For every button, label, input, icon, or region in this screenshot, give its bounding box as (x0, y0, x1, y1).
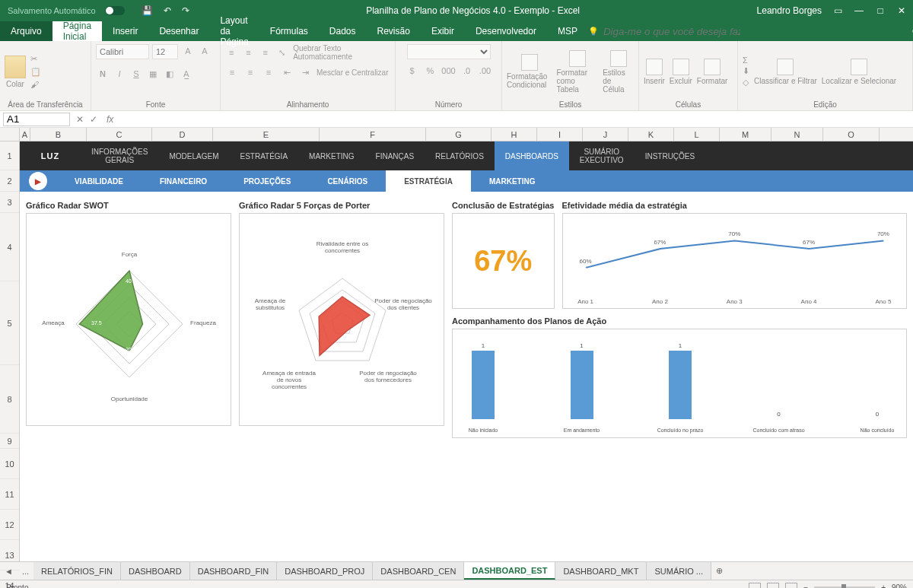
subnav-item[interactable]: MARKETING (471, 170, 554, 192)
tab-fórmulas[interactable]: Fórmulas (259, 21, 319, 41)
format-cells-button[interactable]: Formatar (697, 59, 728, 85)
tell-me-input[interactable] (603, 26, 740, 37)
tab-exibir[interactable]: Exibir (421, 21, 465, 41)
comma-icon[interactable]: 000 (442, 64, 456, 78)
undo-icon[interactable]: ↶ (164, 5, 171, 16)
col-header[interactable]: I (537, 128, 583, 141)
sheet-tab[interactable]: DASHBOARD_MKT (555, 562, 647, 580)
sort-filter-button[interactable]: Classificar e Filtrar (754, 59, 817, 85)
col-header[interactable]: E (213, 128, 320, 141)
select-all-corner[interactable] (0, 128, 20, 141)
font-color-icon[interactable]: A̲ (180, 67, 193, 81)
topnav-item[interactable]: SUMÁRIOEXECUTIVO (569, 141, 635, 170)
topnav-item[interactable]: RELATÓRIOS (425, 141, 495, 170)
col-header[interactable]: G (426, 128, 491, 141)
align-bot-icon[interactable]: ≡ (259, 46, 272, 59)
inc-decimal-icon[interactable]: .0 (460, 64, 474, 78)
subnav-item[interactable]: VIABILIDADE (56, 170, 142, 192)
enter-formula-icon[interactable]: ✓ (90, 114, 97, 125)
sheet-tab[interactable]: DASHBOARD_FIN (190, 562, 278, 580)
currency-icon[interactable]: $ (406, 64, 419, 78)
minimize-icon[interactable]: — (854, 5, 864, 16)
maximize-icon[interactable]: □ (875, 5, 886, 16)
subnav-item[interactable]: ESTRATÉGIA (386, 170, 471, 192)
worksheet-area[interactable]: LUZ INFORMAÇÕESGERAISMODELAGEMESTRATÉGIA… (20, 141, 913, 561)
align-right-icon[interactable]: ≡ (262, 65, 275, 79)
format-painter-icon[interactable]: 🖌 (30, 80, 41, 89)
zoom-out-icon[interactable]: − (803, 583, 808, 588)
user-name[interactable]: Leandro Borges (757, 5, 822, 16)
delete-cells-button[interactable]: Excluir (670, 59, 692, 85)
col-header[interactable]: F (320, 128, 426, 141)
topnav-item[interactable]: FINANÇAS (365, 141, 425, 170)
col-header[interactable]: O (823, 128, 880, 141)
cell-styles-button[interactable]: Estilos de Célula (603, 50, 634, 94)
radar-swot-chart[interactable]: Força40Fraqueza10Oportunidade20Ameaça37.… (26, 213, 231, 426)
tab-página-inicial[interactable]: Página Inicial (52, 21, 102, 41)
dec-decimal-icon[interactable]: .00 (479, 64, 492, 78)
name-box[interactable] (3, 113, 70, 126)
cancel-formula-icon[interactable]: ✕ (76, 114, 84, 125)
merge-button[interactable]: Mesclar e Centralizar (317, 68, 388, 77)
autosave-toggle[interactable] (105, 6, 125, 15)
row-header[interactable]: 1 (0, 141, 19, 170)
col-header[interactable]: N (771, 128, 823, 141)
topnav-item[interactable]: INSTRUÇÕES (635, 141, 706, 170)
topnav-item[interactable]: MARKETING (298, 141, 364, 170)
topnav-item[interactable]: ESTRATÉGIA (229, 141, 298, 170)
tab-desenhar[interactable]: Desenhar (148, 21, 209, 41)
format-table-button[interactable]: Formatar como Tabela (556, 50, 598, 94)
sheet-tab[interactable]: RELATÓRIOS_FIN (33, 562, 121, 580)
view-break-icon[interactable] (785, 583, 797, 589)
play-icon[interactable]: ▶ (29, 172, 47, 190)
row-header[interactable]: 2 (0, 170, 19, 192)
topnav-item[interactable]: DASHBOARDS (495, 141, 569, 170)
tab-layout-da-página[interactable]: Layout da Página (209, 21, 259, 41)
italic-icon[interactable]: I (113, 67, 126, 81)
fx-icon[interactable]: fx (103, 114, 116, 125)
row-header[interactable]: 8 (0, 365, 19, 434)
zoom-in-icon[interactable]: + (881, 583, 886, 588)
cut-icon[interactable]: ✂ (30, 54, 41, 64)
row-header[interactable]: 12 (0, 510, 19, 540)
sheet-tab[interactable]: DASHBOARD_EST (464, 562, 555, 580)
subnav-item[interactable]: PROJEÇÕES (225, 170, 309, 192)
number-format-select[interactable] (407, 44, 491, 59)
col-header[interactable]: A (20, 128, 30, 141)
close-icon[interactable]: ✕ (896, 5, 907, 16)
copy-icon[interactable]: 📋 (30, 67, 41, 77)
font-size-select[interactable] (152, 44, 178, 59)
sheet-tab[interactable]: DASHBOARD_CEN (373, 562, 464, 580)
radar-porter-chart[interactable]: Rivalidade entre os concorrentesPoder de… (239, 213, 444, 426)
wrap-text-button[interactable]: Quebrar Texto Automaticamente (293, 44, 390, 61)
save-icon[interactable]: 💾 (142, 5, 153, 16)
tab-msp[interactable]: MSP (547, 21, 588, 41)
sheet-tab[interactable]: DASHBOARD (121, 562, 190, 580)
view-normal-icon[interactable] (749, 583, 761, 589)
indent-dec-icon[interactable]: ⇤ (280, 65, 294, 79)
insert-cells-button[interactable]: Inserir (644, 59, 665, 85)
row-header[interactable]: 9 (0, 434, 19, 449)
redo-icon[interactable]: ↷ (182, 5, 189, 16)
align-mid-icon[interactable]: ≡ (242, 46, 254, 59)
tab-desenvolvedor[interactable]: Desenvolvedor (465, 21, 547, 41)
col-header[interactable]: B (30, 128, 87, 141)
tab-revisão[interactable]: Revisão (367, 21, 421, 41)
zoom-level[interactable]: 90% (892, 583, 907, 588)
align-left-icon[interactable]: ≡ (225, 65, 239, 79)
clear-icon[interactable]: ◇ (743, 78, 749, 87)
underline-icon[interactable]: S (129, 67, 143, 81)
tab-file[interactable]: Arquivo (0, 21, 52, 41)
new-sheet-icon[interactable]: ⊕ (711, 566, 727, 576)
paste-button[interactable]: Colar (5, 56, 26, 88)
decrease-font-icon[interactable]: A (198, 44, 212, 58)
sheet-tab[interactable]: SUMÁRIO ... (647, 562, 711, 580)
tab-dados[interactable]: Dados (319, 21, 367, 41)
autosum-icon[interactable]: Σ (743, 56, 749, 65)
bold-icon[interactable]: N (96, 67, 110, 81)
col-header[interactable]: J (583, 128, 628, 141)
topnav-item[interactable]: MODELAGEM (158, 141, 229, 170)
topnav-item[interactable]: INFORMAÇÕESGERAIS (81, 141, 158, 170)
fill-icon[interactable]: ⬇ (743, 66, 749, 76)
fill-color-icon[interactable]: ◧ (163, 67, 177, 81)
